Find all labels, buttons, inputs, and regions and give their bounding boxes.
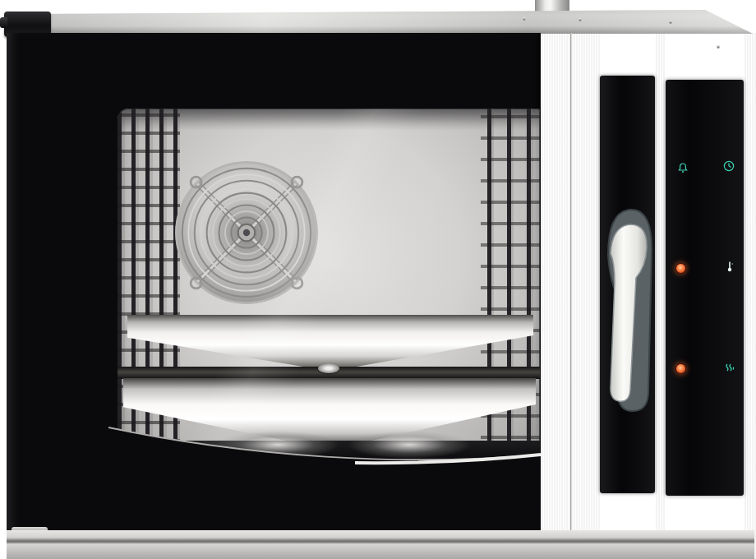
door-glass-window [118,109,540,460]
oven-door[interactable] [7,33,541,530]
timer-knob-group [666,160,744,238]
screw-icon [717,45,720,49]
oven-base [7,530,754,559]
glass-reflection [118,109,540,460]
hinge-pin [0,17,7,28]
thermometer-icon [724,261,735,272]
door-lower-panel [108,411,541,530]
screw-icon [523,17,526,21]
bell-icon [677,162,689,173]
right-side-edge [744,33,756,559]
indicator-lamp-icon [675,263,686,274]
screw-icon [669,21,672,24]
indicator-lamp-icon [675,363,686,374]
top-panel-sheen [0,0,756,35]
humidity-knob-group [666,361,744,439]
panel-seam [570,33,572,530]
screw-icon [579,18,582,21]
steam-icon [724,361,735,372]
temperature-knob-group [666,261,744,339]
clock-icon [723,160,735,172]
oven-photo [0,0,756,559]
control-panel [666,80,744,496]
door-handle[interactable] [597,204,661,421]
